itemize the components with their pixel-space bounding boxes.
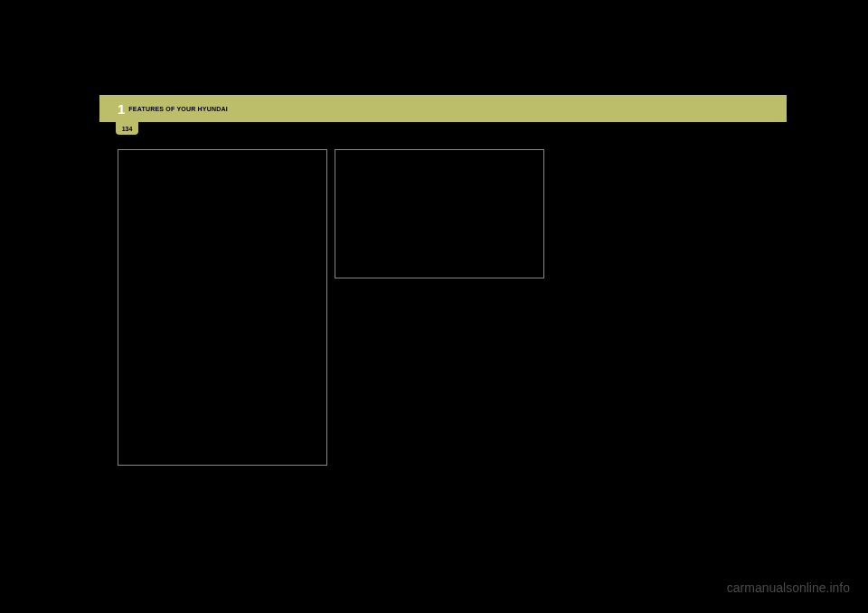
page-number: 134 xyxy=(122,126,133,132)
watermark-text: carmanualsonline.info xyxy=(727,580,850,595)
content-box-left xyxy=(118,149,327,466)
content-box-right xyxy=(335,149,544,278)
chapter-title: FEATURES OF YOUR HYUNDAI xyxy=(128,106,228,112)
header-bar: 1 FEATURES OF YOUR HYUNDAI xyxy=(99,95,787,122)
chapter-number: 1 xyxy=(118,101,125,117)
page-container: 1 FEATURES OF YOUR HYUNDAI 134 xyxy=(99,95,787,149)
page-number-tab: 134 xyxy=(116,122,138,135)
